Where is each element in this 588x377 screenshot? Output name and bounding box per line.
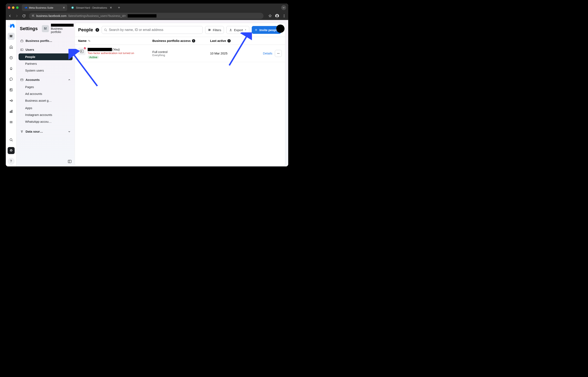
reload-button[interactable]: [22, 14, 26, 18]
tab-meta-business-suite[interactable]: Meta Business Suite ✕: [22, 4, 67, 11]
svg-point-10: [284, 14, 285, 15]
bookmark-star-icon[interactable]: [268, 14, 272, 18]
table-row[interactable]: (You) Two-factor authentication not turn…: [75, 45, 285, 62]
chevron-down-icon: [68, 130, 71, 133]
sidebar-item-business-portfolio[interactable]: Business portfo…: [19, 37, 73, 45]
nav-back-button[interactable]: [8, 14, 12, 18]
svg-rect-27: [21, 40, 23, 42]
minimize-window-button[interactable]: [12, 6, 14, 9]
sidebar-item-business-asset-groups[interactable]: Business asset gr…: [19, 97, 73, 105]
svg-rect-28: [21, 49, 23, 50]
data-sources-icon: [20, 130, 23, 133]
sidebar-item-partners[interactable]: Partners: [19, 60, 73, 67]
svg-point-49: [279, 53, 279, 53]
row-actions-button[interactable]: [275, 50, 282, 57]
rail-settings-button[interactable]: [8, 147, 15, 154]
rail-notifications-button[interactable]: [8, 65, 15, 72]
rail-ads-button[interactable]: [8, 97, 15, 104]
portfolio-switcher[interactable]: M Business portfolio: [42, 24, 74, 34]
panel-header: People i Search by name, ID or email add…: [75, 23, 285, 37]
portfolio-badge-icon: M: [42, 25, 49, 32]
svg-rect-19: [12, 110, 12, 113]
new-tab-button[interactable]: +: [116, 6, 122, 10]
id-card-icon: [20, 48, 23, 51]
redacted-portfolio-name: [51, 24, 74, 27]
site-settings-icon[interactable]: [31, 14, 35, 18]
svg-point-33: [22, 130, 23, 131]
svg-point-1: [72, 7, 73, 8]
svg-line-24: [12, 141, 12, 141]
svg-point-7: [34, 16, 34, 17]
info-icon[interactable]: i: [192, 39, 195, 43]
rail-help-button[interactable]: ?: [8, 158, 15, 165]
svg-point-48: [278, 53, 278, 53]
close-tab-icon[interactable]: ✕: [63, 6, 65, 9]
sidebar-item-apps[interactable]: Apps: [19, 105, 73, 111]
filters-button[interactable]: Filters: [205, 26, 224, 34]
settings-sidebar: Settings M Business portfolio Business p…: [16, 20, 75, 166]
portfolio-sublabel: Business portfolio: [51, 27, 74, 34]
svg-rect-17: [10, 111, 11, 113]
svg-point-44: [209, 30, 209, 31]
info-icon[interactable]: i: [227, 39, 231, 43]
tab-overflow-button[interactable]: [281, 5, 286, 10]
nav-forward-button[interactable]: [15, 14, 19, 18]
svg-point-43: [210, 30, 210, 30]
accounts-icon: [20, 78, 23, 82]
maximize-window-button[interactable]: [16, 6, 19, 9]
close-window-button[interactable]: [8, 6, 10, 9]
rail-menu-button[interactable]: [8, 118, 15, 126]
account-avatar[interactable]: [276, 24, 285, 33]
collapse-sidebar-button[interactable]: [68, 159, 72, 164]
rail-compass-button[interactable]: [8, 54, 15, 61]
meta-logo-icon[interactable]: [8, 22, 15, 29]
svg-point-12: [284, 17, 285, 17]
sidebar-item-system-users[interactable]: System users: [19, 67, 73, 74]
sidebar-item-pages[interactable]: Pages: [19, 83, 73, 90]
plus-icon: [254, 28, 258, 32]
rail-content-button[interactable]: [8, 86, 15, 94]
search-placeholder: Search by name, ID or email address: [109, 28, 163, 32]
column-name[interactable]: Name: [78, 39, 152, 43]
titlebar: Meta Business Suite ✕ StreamYard - Desti…: [6, 3, 288, 12]
rail-portfolio-button[interactable]: M: [8, 33, 15, 40]
streamyard-favicon-icon: [71, 6, 74, 9]
access-cell: Full control Everything: [152, 50, 210, 57]
nav-rail: M ?: [6, 20, 16, 166]
info-icon[interactable]: i: [95, 28, 99, 32]
sidebar-item-whatsapp-accounts[interactable]: WhatsApp accou…: [19, 118, 73, 126]
table-header: Name Business portfolio access i Last ac…: [75, 37, 285, 45]
url-path: /latest/settings/business_users?business…: [68, 14, 126, 18]
section-label: Data sour…: [25, 130, 43, 133]
rail-search-button[interactable]: [8, 136, 15, 143]
svg-point-6: [33, 15, 34, 16]
sidebar-section-users[interactable]: Users: [19, 46, 73, 53]
svg-point-47: [277, 53, 278, 53]
profile-button[interactable]: [275, 14, 279, 18]
section-label: Accounts: [25, 78, 40, 82]
sidebar-item-people[interactable]: People: [19, 53, 73, 60]
export-button[interactable]: Export: [226, 26, 249, 34]
rail-home-button[interactable]: [8, 44, 15, 50]
sidebar-section-data-sources[interactable]: Data sour…: [19, 128, 73, 135]
rail-inbox-button[interactable]: [8, 76, 15, 83]
address-bar[interactable]: business.facebook.com/latest/settings/bu…: [29, 13, 264, 19]
browser-menu-button[interactable]: [282, 14, 286, 18]
download-icon: [229, 28, 232, 32]
meta-favicon-icon: [24, 6, 27, 9]
tab-streamyard[interactable]: StreamYard - Destinations ✕: [69, 4, 114, 11]
search-input[interactable]: Search by name, ID or email address: [102, 26, 203, 34]
rail-insights-button[interactable]: [8, 108, 15, 115]
sidebar-item-instagram-accounts[interactable]: Instagram accounts: [19, 111, 73, 118]
sidebar-header: Settings M Business portfolio: [19, 23, 73, 37]
close-tab-icon[interactable]: ✕: [110, 6, 112, 9]
column-last-active: Last active i: [210, 39, 251, 43]
sidebar-item-ad-accounts[interactable]: Ad accounts: [19, 90, 73, 97]
panel-title: People: [78, 27, 93, 33]
details-link[interactable]: Details: [263, 52, 272, 55]
tab-title: StreamYard - Destinations: [76, 6, 107, 9]
sidebar-section-accounts[interactable]: Accounts: [19, 76, 73, 83]
column-access: Business portfolio access i: [152, 39, 210, 43]
svg-point-26: [11, 150, 12, 151]
svg-rect-30: [21, 79, 23, 81]
